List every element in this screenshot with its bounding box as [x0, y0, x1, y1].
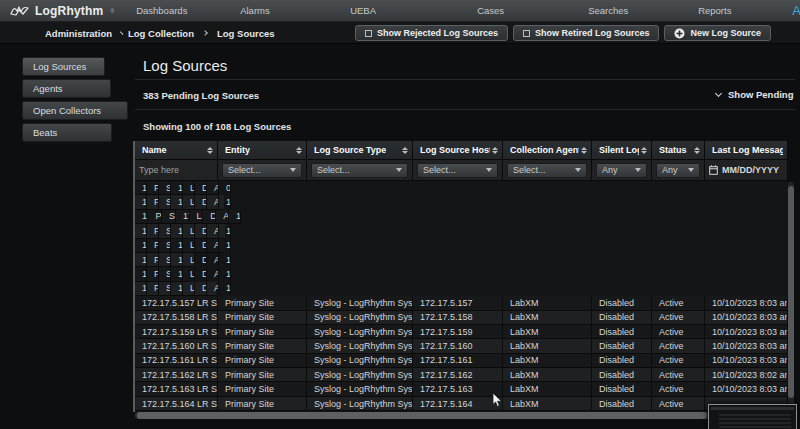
nav-item-administration-active[interactable]: Administration	[792, 3, 800, 18]
nav-item[interactable]: Dashboards	[136, 5, 219, 16]
column-header[interactable]: Entity	[218, 141, 307, 159]
breadcrumb-label[interactable]: Administration	[45, 28, 112, 39]
vertical-scrollbar-thumb[interactable]	[788, 186, 794, 398]
last-log-date-filter[interactable]: MM/DD/YYYY	[709, 165, 779, 175]
select-placeholder: Select...	[228, 165, 261, 175]
cell-log-source-host: 172.17.5.158	[413, 311, 503, 324]
sidebar-item[interactable]: Beats	[22, 123, 112, 142]
entity-filter-select[interactable]: Select...	[222, 163, 302, 178]
checkbox-unchecked-icon[interactable]	[365, 30, 372, 37]
new-log-source-button[interactable]: New Log Source	[664, 25, 771, 41]
table-row[interactable]: 172.17.5.161 LR Sysl... Primary Site Sys…	[135, 354, 788, 368]
cell-entity: Primary Site	[147, 267, 159, 280]
sort-icon[interactable]	[492, 147, 498, 154]
column-header[interactable]: Name	[135, 141, 218, 159]
table-row[interactable]: 172.17.5.150 LR Sysl... Primary Site Sys…	[135, 195, 224, 209]
cell-entity: Primary Site	[218, 354, 307, 367]
sidebar-item[interactable]: Agents	[22, 79, 111, 98]
secondary-toolbar: Administration Log Collection Log Source…	[0, 22, 800, 44]
nav-item[interactable]: Searches	[588, 5, 677, 16]
table-row[interactable]: 172.17.5.151 LR Sysl... Primary Site Sys…	[135, 210, 241, 224]
cell-collection-agent: LabXM	[183, 224, 195, 237]
table-row[interactable]: 172.17.5.160 LR Sysl... Primary Site Sys…	[135, 339, 788, 353]
cell-entity: Primary Site	[218, 311, 307, 324]
silent-log-filter-select[interactable]: Any	[596, 163, 647, 178]
sort-icon[interactable]	[296, 147, 302, 154]
table-row[interactable]: 172.17.5.154 LR Sysl... Primary Site Sys…	[135, 253, 195, 267]
cell-silent-log-source: Disabled	[195, 181, 207, 194]
nav-item[interactable]: Alarms	[240, 5, 329, 16]
column-header[interactable]: Status	[652, 141, 705, 159]
cell-name: 172.17.5.151 LR Sysl...	[135, 210, 148, 223]
cell-name: 172.17.5.150 LR Sysl...	[135, 195, 147, 208]
column-header[interactable]: Last Log Message	[705, 141, 788, 159]
chevron-down-icon	[688, 168, 694, 172]
horizontal-scrollbar-thumb[interactable]	[137, 412, 707, 419]
sidebar-item[interactable]: Open Collectors	[22, 101, 128, 120]
collection-agent-filter-select[interactable]: Select...	[507, 163, 587, 178]
table-row[interactable]: 172.17.5.158 LR Sysl... Primary Site Sys…	[135, 311, 788, 325]
sidebar-item[interactable]: Log Sources	[22, 57, 105, 76]
breadcrumb-label[interactable]: Log Sources	[217, 28, 275, 39]
table-row[interactable]: 172.17.5.1 Cisco Swit... Primary Site Sy…	[135, 181, 218, 195]
primary-nav: DashboardsAlarmsUEBACasesSearchesReports	[136, 5, 758, 16]
table-row[interactable]: 172.17.5.162 LR Sysl... Primary Site Sys…	[135, 368, 788, 382]
show-retired-log-sources-toggle[interactable]: Show Retired Log Sources	[513, 25, 660, 41]
table-row[interactable]: 172.17.5.156 LR Sysl... Primary Site Sys…	[135, 282, 216, 296]
cell-log-source-type: Syslog - LogRhythm Syslog Ge...	[159, 267, 171, 280]
status-filter-select[interactable]: Any	[656, 163, 700, 178]
column-header[interactable]: Log Source Type	[307, 141, 413, 159]
app-window: LogRhythm® DashboardsAlarmsUEBACasesSear…	[0, 0, 800, 429]
cell-silent-log-source: Disabled	[195, 224, 207, 237]
cell-log-source-type: Syslog - LogRhythm Syslog Ge...	[159, 253, 171, 266]
table-row[interactable]: 172.17.5.153 LR Sysl... Primary Site Sys…	[135, 239, 224, 253]
table-row[interactable]: 172.17.5.157 LR Sysl... Primary Site Sys…	[135, 296, 788, 310]
sort-icon[interactable]	[641, 147, 647, 154]
nav-item[interactable]: UEBA	[350, 5, 456, 16]
column-header[interactable]: Collection Agent	[503, 141, 592, 159]
log-source-type-filter-select[interactable]: Select...	[311, 163, 408, 178]
cell-status: Active	[652, 354, 705, 367]
cell-entity: Primary Site	[218, 368, 307, 381]
nav-item[interactable]: Reports	[698, 5, 758, 16]
cell-log-source-type: Syslog - LogRhythm Syslog Ge...	[307, 354, 413, 367]
nav-item[interactable]: Cases	[477, 5, 567, 16]
table-row[interactable]: 172.17.5.164 LR Sysl... Primary Site Sys…	[135, 397, 788, 411]
sort-icon[interactable]	[207, 147, 213, 154]
chevron-down-icon	[715, 90, 722, 97]
cell-status: Active	[652, 296, 705, 309]
cell-status: Active	[652, 382, 705, 395]
cell-last-log-message: 10/10/2023 8:03 am	[705, 382, 788, 395]
cell-status: Active	[216, 210, 229, 223]
vertical-scrollbar[interactable]	[788, 182, 794, 412]
cell-log-source-host: 172.17.5.162	[413, 368, 503, 381]
sort-icon[interactable]	[402, 147, 408, 154]
table-row[interactable]: 172.17.5.163 LR Sysl... Primary Site Sys…	[135, 382, 788, 396]
column-header[interactable]: Log Source Host	[413, 141, 503, 159]
checkbox-unchecked-icon[interactable]	[523, 30, 530, 37]
sort-icon[interactable]	[581, 147, 587, 154]
horizontal-scrollbar[interactable]	[135, 412, 795, 419]
chevron-down-icon	[486, 168, 492, 172]
name-filter-input[interactable]	[139, 165, 213, 175]
cell-silent-log-source: Disabled	[195, 239, 207, 252]
cell-collection-agent: LabXM	[503, 325, 592, 338]
cell-collection-agent: LabXM	[503, 339, 592, 352]
table-row[interactable]: 172.17.5.155 LR Sysl... Primary Site Sys…	[135, 267, 188, 281]
sort-icon[interactable]	[694, 147, 700, 154]
cell-name: 172.17.5.1 Cisco Swit...	[135, 181, 147, 194]
show-pending-toggle[interactable]: Show Pending	[716, 89, 793, 100]
column-header-label: Status	[659, 145, 687, 155]
table-row[interactable]: 172.17.5.159 LR Sysl... Primary Site Sys…	[135, 325, 788, 339]
logrhythm-logo[interactable]: LogRhythm®	[10, 4, 114, 18]
breadcrumb-label[interactable]: Log Collection	[128, 28, 194, 39]
cell-entity: Primary Site	[218, 296, 307, 309]
cell-log-source-type: Syslog - LogRhythm Syslog Ge...	[159, 239, 171, 252]
log-source-host-filter-select[interactable]: Select...	[417, 163, 498, 178]
cell-status: Active	[207, 267, 219, 280]
column-header[interactable]: Silent Log S...	[592, 141, 652, 159]
show-rejected-log-sources-toggle[interactable]: Show Rejected Log Sources	[355, 25, 508, 41]
cell-silent-log-source: Disabled	[592, 354, 652, 367]
select-placeholder: Any	[662, 165, 678, 175]
table-row[interactable]: 172.17.5.152 LR Sysl... Primary Site Sys…	[135, 224, 225, 238]
